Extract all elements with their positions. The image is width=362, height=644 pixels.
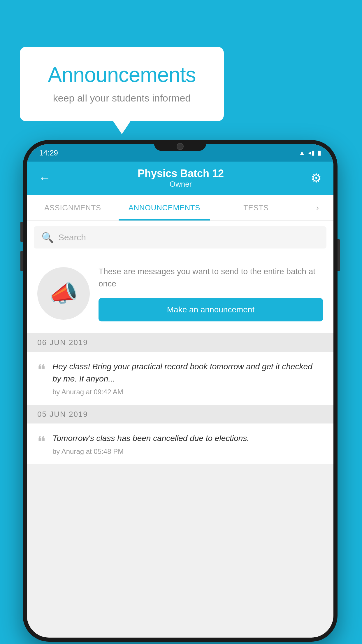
speech-bubble: Announcements keep all your students inf… xyxy=(20,47,224,121)
settings-icon[interactable]: ⚙ xyxy=(311,171,322,185)
status-icons: ▲ ◂▮ ▮ xyxy=(299,149,321,157)
cta-description: These are messages you want to send to t… xyxy=(99,265,323,290)
announcement-meta-1: by Anurag at 09:42 AM xyxy=(52,388,323,396)
search-bar[interactable]: 🔍 Search xyxy=(34,226,326,249)
announcement-item-2[interactable]: ❝ Tomorrow's class has been cancelled du… xyxy=(27,424,333,465)
tab-bar: ASSIGNMENTS ANNOUNCEMENTS TESTS › xyxy=(27,195,333,221)
tab-announcements[interactable]: ANNOUNCEMENTS xyxy=(119,195,210,220)
speech-bubble-container: Announcements keep all your students inf… xyxy=(20,47,224,121)
phone-wrap: 14:29 ▲ ◂▮ ▮ ← Physics Batch 12 Owner ⚙ xyxy=(23,140,338,642)
phone-camera xyxy=(177,143,184,150)
phone-outer: 14:29 ▲ ◂▮ ▮ ← Physics Batch 12 Owner ⚙ xyxy=(23,140,338,642)
volume-down-button[interactable] xyxy=(20,251,23,271)
quote-icon-2: ❝ xyxy=(37,434,45,449)
signal-icon: ◂▮ xyxy=(308,149,315,157)
wifi-icon: ▲ xyxy=(299,149,305,157)
date-label-1: 06 JUN 2019 xyxy=(37,338,88,347)
announcement-text-1: Hey class! Bring your practical record b… xyxy=(52,360,323,385)
tab-assignments[interactable]: ASSIGNMENTS xyxy=(27,195,119,220)
announcement-text-2: Tomorrow's class has been cancelled due … xyxy=(52,432,323,444)
search-icon: 🔍 xyxy=(41,232,54,243)
search-bar-wrap: 🔍 Search xyxy=(27,221,333,254)
date-separator-1: 06 JUN 2019 xyxy=(27,333,333,352)
header-title-wrap: Physics Batch 12 Owner xyxy=(138,167,224,189)
announcement-cta: 📣 These are messages you want to send to… xyxy=(27,254,333,333)
announcement-meta-2: by Anurag at 05:48 PM xyxy=(52,447,323,456)
volume-up-button[interactable] xyxy=(20,222,23,242)
announcement-content-1: Hey class! Bring your practical record b… xyxy=(52,360,323,396)
app-header: ← Physics Batch 12 Owner ⚙ xyxy=(27,162,333,195)
quote-icon-1: ❝ xyxy=(37,362,45,377)
announcement-item-1[interactable]: ❝ Hey class! Bring your practical record… xyxy=(27,352,333,405)
make-announcement-button[interactable]: Make an announcement xyxy=(99,298,323,321)
back-button[interactable]: ← xyxy=(38,171,51,185)
tab-tests[interactable]: TESTS xyxy=(210,195,302,220)
header-title: Physics Batch 12 xyxy=(138,167,224,180)
megaphone-circle: 📣 xyxy=(37,267,90,320)
phone-screen: 14:29 ▲ ◂▮ ▮ ← Physics Batch 12 Owner ⚙ xyxy=(27,144,333,638)
date-label-2: 05 JUN 2019 xyxy=(37,410,88,419)
speech-bubble-title: Announcements xyxy=(37,63,206,87)
power-button[interactable] xyxy=(338,239,340,271)
battery-icon: ▮ xyxy=(318,149,321,157)
header-subtitle: Owner xyxy=(138,180,224,189)
megaphone-icon: 📣 xyxy=(49,280,78,307)
date-separator-2: 05 JUN 2019 xyxy=(27,405,333,424)
cta-right: These are messages you want to send to t… xyxy=(99,265,323,321)
tab-more[interactable]: › xyxy=(302,195,333,220)
speech-bubble-subtitle: keep all your students informed xyxy=(37,92,206,104)
announcement-content-2: Tomorrow's class has been cancelled due … xyxy=(52,432,323,456)
search-placeholder: Search xyxy=(58,232,86,242)
phone-notch xyxy=(154,140,206,151)
status-time: 14:29 xyxy=(39,148,58,158)
